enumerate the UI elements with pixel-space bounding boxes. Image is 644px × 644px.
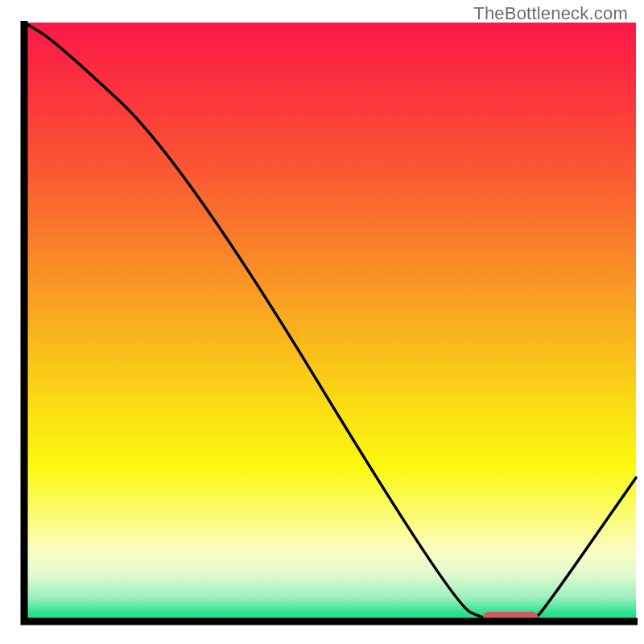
- chart-svg: [0, 0, 644, 644]
- bottleneck-chart: TheBottleneck.com: [0, 0, 644, 644]
- gradient-fill: [24, 23, 636, 621]
- watermark-text: TheBottleneck.com: [473, 3, 628, 24]
